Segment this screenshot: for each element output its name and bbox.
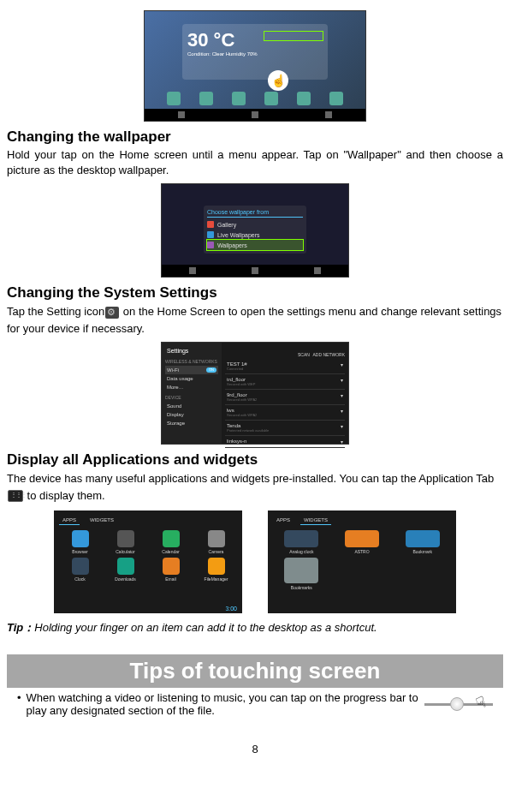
navigation-bar [145,109,365,121]
sidebar-item: Sound [165,402,218,410]
wallpaper-dialog: Choose wallpaper from Gallery Live Wallp… [204,206,306,254]
dialog-item: Live Wallpapers [207,230,303,240]
sidebar-item: Display [165,410,218,419]
home-icon [252,267,258,274]
page-number: 8 [7,743,503,755]
wifi-network: TendaProtected network available▾ [225,421,345,436]
back-icon [189,267,196,274]
settings-title: Settings [165,346,218,355]
settings-content: SCAN ADD NETWORK TEST 1#Connected▾ trd_f… [222,343,348,444]
sidebar-section: DEVICE [165,395,218,400]
wifi-network: trd_floorSecured with WEP▾ [225,374,345,390]
sidebar-section: WIRELESS & NETWORKS [165,359,218,364]
tab-widgets: WIDGETS [86,516,117,525]
paragraph-wallpaper: Hold your tap on the Home screen until a… [7,147,503,178]
dock-icon [232,92,246,105]
tab-apps: APPS [273,516,294,525]
weather-condition: Condition: Clear Humidity 70% [187,51,323,57]
paragraph-apps: The device has many useful applications … [7,470,503,504]
widgets-screenshot: APPS WIDGETS Analog clock ASTRO Bookmark… [268,510,456,613]
wifi-network: linksys-n▾ [225,436,345,448]
dialog-item: Gallery [207,219,303,230]
sidebar-item: More… [165,383,218,391]
dock-icon [167,92,181,105]
dock-icon [329,92,343,105]
weather-widget: 30 °C Condition: Clear Humidity 70% [182,24,328,80]
highlight-box [264,31,323,41]
recent-icon [325,111,332,118]
wifi-toggle: ON [206,367,216,373]
hand-pointer-icon: ☟ [474,692,489,713]
back-icon [178,111,185,118]
heading-settings: Changing the System Settings [7,284,503,302]
home-screen-screenshot: 30 °C Condition: Clear Humidity 70% ☝ [144,10,366,122]
settings-screenshot: Settings WIRELESS & NETWORKS Wi-Fi ON Da… [161,342,349,445]
heading-wallpaper: Changing the wallpaper [7,128,503,146]
sidebar-item: Data usage [165,374,218,383]
recent-icon [314,267,321,274]
dock-icon [264,92,278,105]
bullet-marker: • [17,691,21,704]
sidebar-item-wifi: Wi-Fi ON [165,366,218,374]
dialog-item-selected: Wallpapers [207,240,303,250]
bullet-item: • When watching a video or listening to … [7,691,503,717]
wifi-network: lwsSecured with WPA2▾ [225,405,345,421]
scan-buttons: SCAN ADD NETWORK [225,346,345,359]
wifi-network: TEST 1#Connected▾ [225,359,345,374]
status-time: 3:00 [225,606,237,612]
dock-icon [297,92,311,105]
tip-label: Tip： [7,621,34,634]
hand-pointer-icon: ☝ [268,70,288,91]
dialog-title: Choose wallpaper from [207,209,303,218]
dock-icon [199,92,213,105]
tip-paragraph: Tip：Holding your finger on an item can a… [7,620,503,636]
heading-apps: Display all Applications and widgets [7,451,503,469]
progress-slider-icon: ☟ [424,691,493,717]
wallpaper-dialog-screenshot: Choose wallpaper from Gallery Live Wallp… [161,183,349,278]
tab-apps: APPS [59,516,80,525]
paragraph-settings: Tap the Setting icon on the Home Screen … [7,303,503,337]
sidebar-item: Storage [165,419,218,427]
settings-icon [105,307,119,319]
navigation-bar [162,265,348,277]
apps-grid-icon [8,490,23,502]
apps-screenshot: APPS WIDGETS Browser Calculator Calendar… [54,510,242,613]
settings-sidebar: Settings WIRELESS & NETWORKS Wi-Fi ON Da… [162,343,222,444]
tab-widgets: WIDGETS [300,516,331,525]
section-banner: Tips of touching screen [7,654,503,688]
wifi-network: 9rd_floorSecured with WPA2▾ [225,390,345,405]
dock [145,90,365,107]
home-icon [252,111,258,118]
bullet-text: When watching a video or listening to mu… [27,691,419,717]
